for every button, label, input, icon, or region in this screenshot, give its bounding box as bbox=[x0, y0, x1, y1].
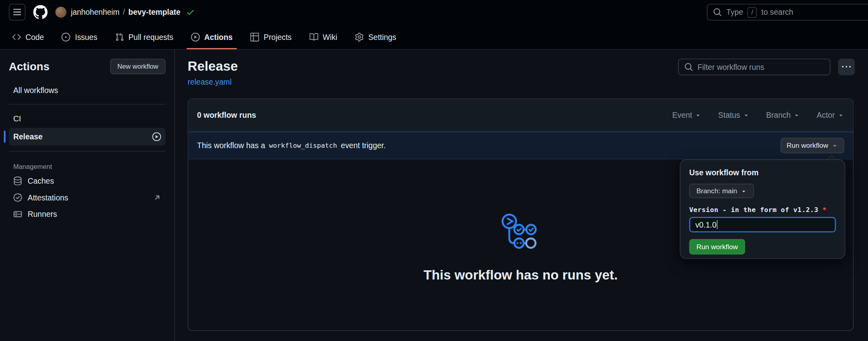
runs-header: 0 workflow runs Event Status Branch bbox=[188, 99, 853, 132]
event-filter-dropdown[interactable]: Event bbox=[672, 111, 701, 119]
code-icon bbox=[12, 32, 21, 41]
actions-sidebar: Actions New workflow All workflows CI Re… bbox=[0, 50, 175, 341]
tab-label: Wiki bbox=[323, 32, 338, 41]
server-icon bbox=[13, 210, 22, 218]
sidebar-item-label: Attestations bbox=[28, 193, 68, 202]
sidebar-item-label: Runners bbox=[28, 210, 57, 218]
tab-label: Pull requests bbox=[128, 32, 173, 41]
tab-code[interactable]: Code bbox=[8, 24, 48, 49]
run-workflow-panel: Use workflow from Branch: main Version -… bbox=[680, 159, 845, 259]
divider bbox=[9, 104, 165, 105]
banner-code: workflow_dispatch bbox=[269, 142, 337, 149]
filter-input[interactable] bbox=[697, 63, 824, 71]
table-icon bbox=[250, 32, 259, 41]
tab-projects[interactable]: Projects bbox=[246, 24, 296, 49]
banner-text: This workflow has a bbox=[197, 141, 265, 150]
sidebar-title: Actions bbox=[9, 60, 50, 73]
empty-state-message: This workflow has no runs yet. bbox=[188, 267, 853, 283]
sidebar-item-attestations[interactable]: Attestations bbox=[9, 189, 165, 206]
workflow-label: Release bbox=[13, 132, 42, 141]
kebab-horizontal-icon bbox=[842, 63, 851, 71]
search-placeholder-pre: Type bbox=[726, 8, 743, 16]
git-pull-request-icon bbox=[115, 32, 124, 41]
breadcrumb-separator: / bbox=[123, 8, 125, 16]
version-input-label: Version - in the form of v1.2.3 * bbox=[689, 206, 836, 214]
arrow-up-right-icon bbox=[153, 194, 161, 201]
filter-workflow-runs bbox=[678, 59, 830, 75]
chevron-down-icon bbox=[695, 112, 702, 119]
version-input-value: v0.1.0 bbox=[695, 220, 717, 229]
filter-label: Actor bbox=[817, 111, 835, 119]
chevron-down-icon bbox=[743, 112, 750, 119]
breadcrumb: janhohenheim / bevy-template bbox=[56, 7, 195, 18]
check-icon[interactable] bbox=[186, 8, 195, 16]
breadcrumb-repo-link[interactable]: bevy-template bbox=[128, 8, 180, 16]
search-icon bbox=[713, 8, 722, 16]
actor-filter-dropdown[interactable]: Actor bbox=[817, 111, 844, 119]
panel-title: Use workflow from bbox=[689, 168, 836, 177]
required-asterisk: * bbox=[822, 206, 826, 214]
label-text: Version - in the form of v1.2.3 bbox=[689, 206, 818, 214]
verified-icon bbox=[13, 193, 22, 202]
management-section-label: Management bbox=[9, 157, 165, 173]
tab-label: Issues bbox=[75, 32, 97, 41]
avatar[interactable] bbox=[56, 7, 67, 18]
sidebar-item-runners[interactable]: Runners bbox=[9, 206, 165, 223]
chevron-down-icon bbox=[741, 188, 747, 194]
chevron-down-icon bbox=[838, 112, 844, 119]
github-actions-page: janhohenheim / bevy-template Type / to s… bbox=[0, 0, 868, 341]
github-mark-icon[interactable] bbox=[33, 5, 48, 19]
sidebar-item-caches[interactable]: Caches bbox=[9, 172, 165, 189]
workflow-file-link[interactable]: release.yaml bbox=[188, 77, 232, 86]
branch-select-button[interactable]: Branch: main bbox=[689, 184, 754, 198]
filter-label: Event bbox=[672, 111, 692, 119]
tab-label: Code bbox=[26, 32, 44, 41]
sidebar-item-label: Caches bbox=[28, 176, 54, 185]
tab-label: Actions bbox=[204, 32, 232, 41]
slash-key-hint: / bbox=[747, 7, 757, 17]
gear-icon bbox=[355, 32, 364, 41]
filter-label: Branch bbox=[766, 111, 791, 119]
divider bbox=[9, 151, 165, 151]
search-placeholder-post: to search bbox=[761, 8, 793, 16]
tab-issues[interactable]: Issues bbox=[57, 24, 102, 49]
tab-label: Settings bbox=[368, 32, 396, 41]
version-input[interactable]: v0.1.0 bbox=[689, 217, 836, 232]
tab-actions[interactable]: Actions bbox=[187, 24, 237, 49]
runs-count: 0 workflow runs bbox=[197, 111, 256, 119]
main-content: Release release.yaml 0 workflow runs Eve… bbox=[175, 50, 868, 341]
workflow-graph-icon bbox=[500, 212, 542, 252]
tab-label: Projects bbox=[264, 32, 292, 41]
workflow-options-button[interactable] bbox=[838, 59, 855, 75]
play-circle-icon bbox=[152, 132, 161, 141]
status-filter-dropdown[interactable]: Status bbox=[718, 111, 750, 119]
tab-wiki[interactable]: Wiki bbox=[305, 24, 342, 49]
button-label: Branch: main bbox=[696, 187, 737, 194]
repo-nav: Code Issues Pull requests Actions Projec… bbox=[0, 24, 868, 50]
breadcrumb-owner-link[interactable]: janhohenheim bbox=[71, 8, 119, 16]
issue-opened-icon bbox=[62, 32, 70, 41]
workflow-dispatch-banner: This workflow has a workflow_dispatch ev… bbox=[188, 132, 853, 159]
button-label: Run workflow bbox=[787, 142, 828, 149]
top-bar: janhohenheim / bevy-template Type / to s… bbox=[0, 0, 868, 24]
run-workflow-submit-button[interactable]: Run workflow bbox=[689, 239, 745, 255]
tab-settings[interactable]: Settings bbox=[351, 24, 401, 49]
sidebar-item-all-workflows[interactable]: All workflows bbox=[9, 82, 165, 99]
page-title: Release bbox=[188, 57, 238, 75]
banner-text: event trigger. bbox=[341, 141, 385, 150]
text-cursor bbox=[717, 220, 717, 229]
global-search-input[interactable]: Type / to search bbox=[707, 4, 868, 21]
sidebar-item-ci[interactable]: CI bbox=[9, 110, 165, 127]
new-workflow-button[interactable]: New workflow bbox=[110, 59, 166, 74]
three-bars-icon bbox=[13, 8, 22, 16]
chevron-down-icon bbox=[793, 112, 800, 119]
tab-pull-requests[interactable]: Pull requests bbox=[111, 24, 178, 49]
sidebar-item-release[interactable]: Release bbox=[9, 128, 165, 145]
search-icon bbox=[684, 63, 693, 71]
database-icon bbox=[13, 176, 22, 185]
play-icon bbox=[191, 32, 200, 41]
global-menu-button[interactable] bbox=[9, 4, 26, 21]
book-icon bbox=[309, 32, 318, 41]
branch-filter-dropdown[interactable]: Branch bbox=[766, 111, 800, 119]
chevron-down-icon bbox=[832, 142, 838, 149]
